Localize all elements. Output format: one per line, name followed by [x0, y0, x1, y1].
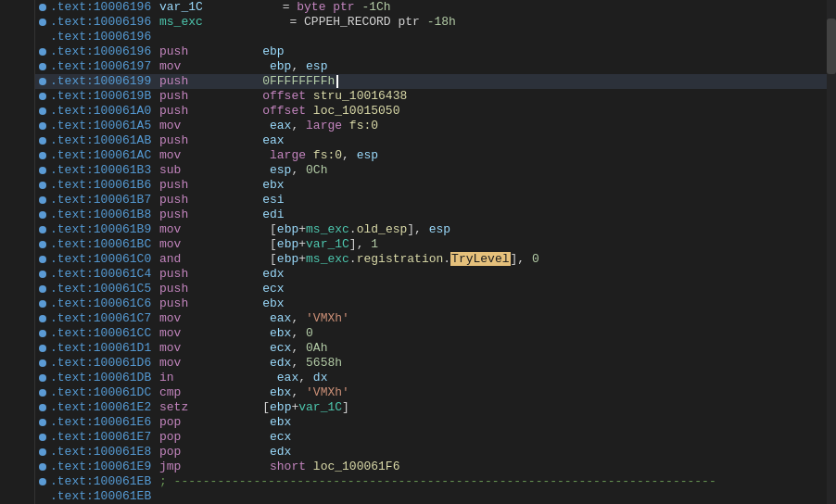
table-row[interactable]: .text:100061E2setz [ebp+var_1C]: [35, 400, 836, 415]
address-label: .text:10006199: [50, 74, 152, 89]
breakpoint-dot[interactable]: [39, 404, 46, 411]
breakpoint-dot[interactable]: [39, 389, 46, 397]
table-row[interactable]: .text:10006196push ebp: [35, 44, 836, 59]
breakpoint-dot[interactable]: [39, 374, 46, 382]
table-row[interactable]: .text:100061C7mov eax, 'VMXh': [35, 311, 836, 326]
table-row[interactable]: .text:10006196var_1C = byte ptr -1Ch: [35, 0, 836, 15]
address-label: .text:1000619B: [50, 89, 152, 104]
table-row[interactable]: .text:100061D1mov ecx, 0Ah: [35, 341, 836, 356]
instruction: pop ebx: [159, 415, 291, 430]
table-row[interactable]: .text:100061C0and [ebp+ms_exc.registrati…: [35, 252, 836, 267]
breakpoint-dot[interactable]: [39, 419, 46, 426]
breakpoint-dot[interactable]: [39, 330, 46, 337]
table-row[interactable]: .text:100061E6pop ebx: [35, 415, 836, 430]
breakpoint-dot[interactable]: [39, 241, 46, 248]
breakpoint-dot[interactable]: [39, 196, 46, 204]
instruction: cmp ebx, 'VMXh': [159, 385, 349, 400]
gutter: [0, 0, 35, 504]
address-label: .text:100061CC: [50, 326, 152, 341]
breakpoint-dot[interactable]: [39, 226, 46, 233]
instruction: mov ebp, esp: [159, 59, 327, 74]
table-row[interactable]: .text:10006196ms_exc = CPPEH_RECORD ptr …: [35, 15, 836, 30]
table-row[interactable]: .text:100061C4push edx: [35, 267, 836, 282]
table-row[interactable]: .text:100061D6mov edx, 5658h: [35, 356, 836, 371]
address-label: .text:10006196: [50, 30, 152, 44]
empty-dot: [39, 33, 46, 41]
table-row[interactable]: .text:100061E8pop edx: [35, 445, 836, 460]
table-row[interactable]: .text:100061C5push ecx: [35, 282, 836, 296]
scrollbar-thumb[interactable]: [827, 19, 836, 74]
instruction: mov eax, large fs:0: [159, 119, 378, 133]
breakpoint-dot[interactable]: [39, 152, 46, 159]
address-label: .text:100061E8: [50, 445, 152, 460]
breakpoint-dot[interactable]: [39, 359, 46, 367]
breakpoint-dot[interactable]: [39, 78, 46, 85]
breakpoint-dot[interactable]: [39, 182, 46, 189]
breakpoint-dot[interactable]: [39, 63, 46, 70]
breakpoint-dot[interactable]: [39, 137, 46, 145]
disassembly-view: .text:10006196var_1C = byte ptr -1Ch.tex…: [0, 0, 836, 504]
table-row[interactable]: .text:100061B9mov [ebp+ms_exc.old_esp], …: [35, 222, 836, 237]
breakpoint-dot[interactable]: [39, 19, 46, 26]
address-label: .text:100061E2: [50, 400, 152, 415]
breakpoint-dot[interactable]: [39, 211, 46, 219]
address-label: .text:100061EB: [50, 489, 152, 504]
instruction: push offset stru_10016438: [159, 89, 407, 104]
instruction: ; --------------------------------------…: [159, 474, 716, 489]
breakpoint-dot[interactable]: [39, 463, 46, 471]
address-label: .text:100061B6: [50, 178, 152, 193]
instruction: pop ecx: [159, 430, 291, 445]
table-row[interactable]: .text:100061A0push offset loc_10015050: [35, 104, 836, 119]
table-row[interactable]: .text:10006199push 0FFFFFFFFh: [35, 74, 836, 89]
breakpoint-dot[interactable]: [39, 107, 46, 115]
address-label: .text:100061D6: [50, 356, 152, 371]
address-label: .text:100061C5: [50, 282, 152, 296]
table-row[interactable]: .text:100061C6push ebx: [35, 296, 836, 311]
breakpoint-dot[interactable]: [39, 93, 46, 100]
table-row[interactable]: .text:100061BCmov [ebp+var_1C], 1: [35, 237, 836, 252]
address-label: .text:100061EB: [50, 474, 152, 489]
table-row[interactable]: .text:100061A5mov eax, large fs:0: [35, 119, 836, 133]
table-row[interactable]: .text:100061B3sub esp, 0Ch: [35, 163, 836, 178]
instruction: push esi: [159, 193, 285, 208]
breakpoint-dot[interactable]: [39, 167, 46, 174]
table-row[interactable]: .text:100061EB; ------------------------…: [35, 474, 836, 489]
breakpoint-dot[interactable]: [39, 48, 46, 56]
instruction: push edx: [159, 267, 285, 282]
instruction: mov edx, 5658h: [159, 356, 342, 371]
breakpoint-dot[interactable]: [39, 448, 46, 456]
breakpoint-dot[interactable]: [39, 122, 46, 130]
breakpoint-dot[interactable]: [39, 256, 46, 263]
table-row[interactable]: .text:100061ABpush eax: [35, 133, 836, 148]
breakpoint-dot[interactable]: [39, 285, 46, 293]
table-row[interactable]: .text:10006197mov ebp, esp: [35, 59, 836, 74]
breakpoint-dot[interactable]: [39, 478, 46, 485]
table-row[interactable]: .text:100061EB: [35, 489, 836, 504]
empty-dot: [39, 493, 46, 500]
table-row[interactable]: .text:100061B6push ebx: [35, 178, 836, 193]
address-label: .text:100061D1: [50, 341, 152, 356]
breakpoint-dot[interactable]: [39, 345, 46, 352]
breakpoint-dot[interactable]: [39, 434, 46, 441]
instruction: mov eax, 'VMXh': [159, 311, 349, 326]
table-row[interactable]: .text:10006196: [35, 30, 836, 44]
table-row[interactable]: .text:100061E7pop ecx: [35, 430, 836, 445]
breakpoint-dot[interactable]: [39, 315, 46, 322]
table-row[interactable]: .text:100061B7push esi: [35, 193, 836, 208]
table-row[interactable]: .text:100061CCmov ebx, 0: [35, 326, 836, 341]
table-row[interactable]: .text:100061DCcmp ebx, 'VMXh': [35, 385, 836, 400]
table-row[interactable]: .text:1000619Bpush offset stru_10016438: [35, 89, 836, 104]
vertical-scrollbar[interactable]: [827, 0, 836, 504]
breakpoint-dot[interactable]: [39, 300, 46, 308]
breakpoint-dot[interactable]: [39, 271, 46, 278]
table-row[interactable]: .text:100061E9jmp short loc_100061F6: [35, 460, 836, 474]
table-row[interactable]: .text:100061DBin eax, dx: [35, 371, 836, 385]
instruction: push 0FFFFFFFFh: [159, 74, 335, 89]
breakpoint-dot[interactable]: [39, 4, 46, 11]
instruction: in eax, dx: [159, 371, 327, 385]
table-row[interactable]: .text:100061B8push edi: [35, 208, 836, 222]
address-label: .text:100061B9: [50, 222, 152, 237]
address-label: .text:100061E6: [50, 415, 152, 430]
text-cursor: [336, 75, 338, 88]
table-row[interactable]: .text:100061ACmov large fs:0, esp: [35, 148, 836, 163]
